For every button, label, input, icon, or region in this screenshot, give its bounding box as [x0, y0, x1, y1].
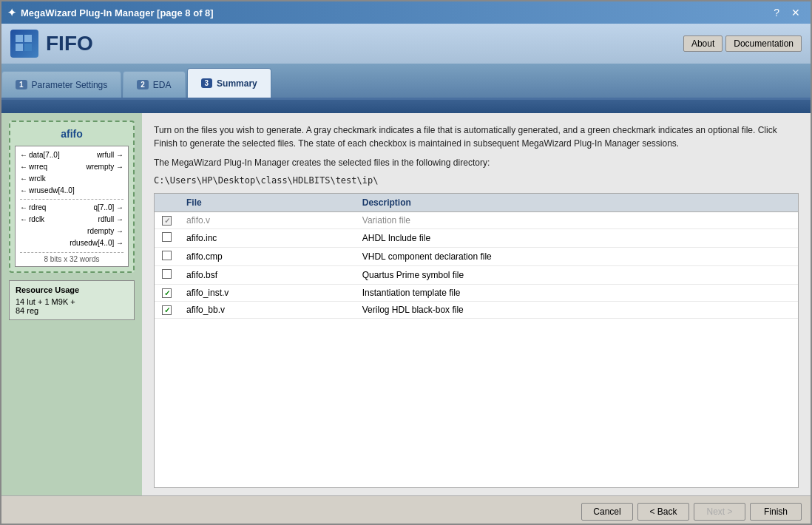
fifo-port-rdusedw: rdusedw[4..0] →: [70, 237, 124, 249]
back-button[interactable]: < Back: [637, 503, 689, 521]
file-description: Verilog HDL black-box file: [355, 302, 798, 319]
svg-rect-2: [16, 44, 23, 51]
close-button[interactable]: ✕: [787, 6, 805, 19]
resource-box: Resource Usage 14 lut + 1 M9K +84 reg: [9, 280, 135, 320]
title-bar: ✦ MegaWizard Plug-In Manager [page 8 of …: [1, 1, 811, 24]
header-title: FIFO: [46, 32, 93, 55]
fifo-port-rdfull: rdfull →: [98, 214, 124, 226]
file-name: afifo_bb.v: [179, 302, 355, 319]
tab-summary[interactable]: 3 Summary: [187, 68, 271, 98]
resource-details: 14 lut + 1 M9K +84 reg: [16, 297, 128, 315]
resource-title: Resource Usage: [16, 285, 128, 294]
help-button[interactable]: ?: [769, 6, 784, 19]
fifo-row-rdempty: rdempty →: [20, 226, 124, 237]
fifo-row-wrreq: wrreq wrempty →: [20, 161, 124, 173]
file-name: afifo.bsf: [179, 266, 355, 285]
col-file: File: [179, 194, 355, 212]
right-panel: Turn on the files you wish to generate. …: [142, 113, 811, 495]
file-checkbox: ✓: [162, 216, 172, 226]
checkbox-cell: ✓: [155, 285, 179, 302]
file-description: VHDL component declaration file: [355, 248, 798, 266]
tab-num-1: 1: [16, 80, 27, 89]
table-row: afifo.cmpVHDL component declaration file: [155, 248, 798, 266]
fifo-port-wrusedw: wrusedw[4..0]: [20, 185, 75, 197]
about-button[interactable]: About: [683, 35, 723, 52]
fifo-port-rdclk: rdclk: [20, 214, 44, 226]
documentation-button[interactable]: Documentation: [725, 35, 802, 52]
logo-icon: [10, 30, 38, 58]
description-text: Turn on the files you wish to generate. …: [154, 123, 799, 150]
title-bar-left: ✦ MegaWizard Plug-In Manager [page 8 of …: [7, 7, 214, 18]
tab-num-3: 3: [201, 78, 213, 88]
fifo-port-wrfull: wrfull →: [97, 149, 124, 161]
fifo-row-data: data[7..0] wrfull →: [20, 149, 124, 161]
fifo-box: data[7..0] wrfull → wrreq wrempty → wrcl…: [15, 146, 129, 267]
fifo-diagram-title: afifo: [15, 128, 129, 140]
header: FIFO About Documentation: [1, 24, 811, 64]
fifo-row-wrclk: wrclk: [20, 173, 124, 185]
fifo-bit-info: 8 bits x 32 words: [20, 252, 124, 263]
file-checkbox[interactable]: ✓: [162, 288, 172, 298]
header-logo: FIFO: [10, 30, 93, 58]
tab-label-2: EDA: [153, 80, 172, 90]
checkbox-cell: [155, 248, 179, 266]
footer: Cancel < Back Next > Finish: [1, 495, 811, 525]
tab-bar: 1 Parameter Settings 2 EDA 3 Summary: [1, 64, 811, 100]
file-name: afifo_inst.v: [179, 285, 355, 302]
directory-label: The MegaWizard Plug-In Manager creates t…: [154, 158, 799, 168]
next-button[interactable]: Next >: [694, 503, 745, 521]
fifo-port-data: data[7..0]: [20, 149, 60, 161]
tab-label-3: Summary: [217, 78, 257, 89]
cancel-button[interactable]: Cancel: [581, 503, 633, 521]
checkbox-cell: [155, 229, 179, 248]
logo-svg: [14, 33, 35, 54]
checkbox-cell: ✓: [155, 302, 179, 319]
file-description: Quartus Prime symbol file: [355, 266, 798, 285]
left-panel: afifo data[7..0] wrfull → wrreq wrempty …: [1, 113, 142, 495]
app-icon: ✦: [7, 7, 16, 18]
tab-label-1: Parameter Settings: [32, 80, 108, 90]
file-description: Instantiation template file: [355, 285, 798, 302]
fifo-row-wrusedw: wrusedw[4..0]: [20, 185, 124, 197]
fifo-divider: [20, 199, 124, 200]
table-row: ✓afifo_bb.vVerilog HDL black-box file: [155, 302, 798, 319]
table-row: ✓afifo_inst.vInstantiation template file: [155, 285, 798, 302]
svg-rect-3: [24, 44, 32, 51]
tab-eda[interactable]: 2 EDA: [123, 71, 185, 98]
col-checkbox: [155, 194, 179, 212]
header-buttons: About Documentation: [683, 35, 802, 52]
tab-parameter-settings[interactable]: 1 Parameter Settings: [1, 71, 121, 98]
fifo-row-rdusedw: rdusedw[4..0] →: [20, 237, 124, 249]
file-checkbox[interactable]: [162, 232, 172, 242]
table-header-row: File Description: [155, 194, 798, 212]
col-description: Description: [355, 194, 798, 212]
file-checkbox[interactable]: ✓: [162, 305, 172, 315]
svg-rect-1: [24, 35, 32, 42]
file-checkbox[interactable]: [162, 251, 172, 260]
fifo-row-rdreq: rdreq q[7..0] →: [20, 202, 124, 214]
checkbox-cell: ✓: [155, 212, 179, 229]
fifo-port-rdreq: rdreq: [20, 202, 46, 214]
svg-rect-0: [16, 35, 23, 42]
file-description: AHDL Include file: [355, 229, 798, 248]
file-name: afifo.cmp: [179, 248, 355, 266]
file-table-container: File Description ✓afifo.vVariation filea…: [154, 193, 799, 488]
window-title: MegaWizard Plug-In Manager [page 8 of 8]: [21, 7, 214, 18]
file-description: Variation file: [355, 212, 798, 229]
fifo-port-q: q[7..0] →: [93, 202, 124, 214]
title-bar-controls: ? ✕: [769, 6, 805, 19]
file-name: afifo.inc: [179, 229, 355, 248]
file-name: afifo.v: [179, 212, 355, 229]
file-checkbox[interactable]: [162, 269, 172, 279]
file-table-body: ✓afifo.vVariation fileafifo.incAHDL Incl…: [155, 212, 798, 319]
tab-num-2: 2: [137, 80, 149, 89]
fifo-diagram: afifo data[7..0] wrfull → wrreq wrempty …: [9, 121, 135, 273]
fifo-port-rdempty: rdempty →: [87, 226, 124, 237]
file-table: File Description ✓afifo.vVariation filea…: [155, 194, 798, 319]
directory-path: C:\Users\HP\Desktop\class\HDLBITS\test\i…: [154, 175, 799, 186]
finish-button[interactable]: Finish: [750, 503, 802, 521]
main-content: afifo data[7..0] wrfull → wrreq wrempty …: [1, 113, 811, 495]
fifo-port-wrempty: wrempty →: [86, 161, 124, 173]
table-row: afifo.incAHDL Include file: [155, 229, 798, 248]
table-row: ✓afifo.vVariation file: [155, 212, 798, 229]
